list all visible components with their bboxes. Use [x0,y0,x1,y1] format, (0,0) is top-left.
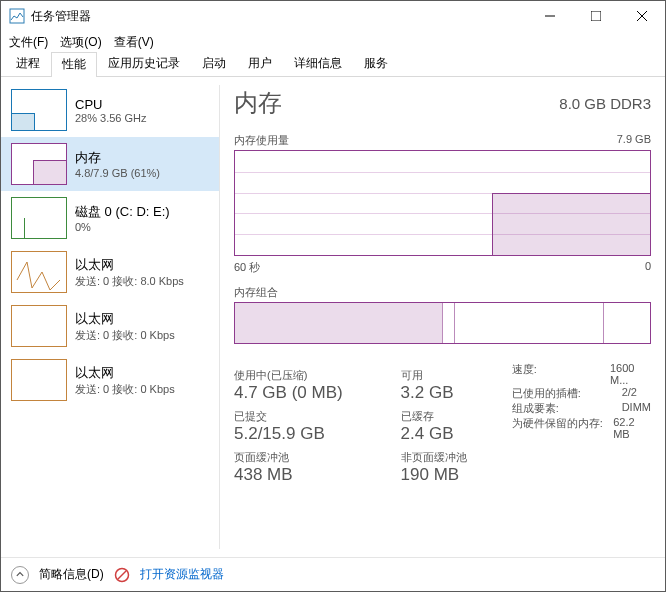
tab-processes[interactable]: 进程 [5,51,51,76]
sidebar-item-sub: 28% 3.56 GHz [75,112,147,124]
usage-max: 7.9 GB [617,133,651,148]
form-value: DIMM [622,401,651,416]
usage-graph[interactable] [234,150,651,256]
open-resmon-link[interactable]: 打开资源监视器 [140,566,224,583]
nonpaged-value: 190 MB [401,465,484,485]
page-title: 内存 [234,87,282,119]
available-value: 3.2 GB [401,383,484,403]
main-panel: 内存 8.0 GB DDR3 内存使用量 7.9 GB 60 秒 0 内存组合 … [220,77,665,557]
slots-value: 2/2 [622,386,637,401]
tab-performance[interactable]: 性能 [51,52,97,77]
tabbar: 进程 性能 应用历史记录 启动 用户 详细信息 服务 [1,53,665,77]
footer: 简略信息(D) 打开资源监视器 [1,557,665,591]
sidebar-item-label: CPU [75,97,147,112]
memory-total: 8.0 GB DDR3 [559,95,651,112]
committed-value: 5.2/15.9 GB [234,424,373,444]
tab-details[interactable]: 详细信息 [283,51,353,76]
sidebar-item-disk[interactable]: 磁盘 0 (C: D: E:) 0% [1,191,219,245]
in-use-label: 使用中(已压缩) [234,368,373,383]
sidebar: CPU 28% 3.56 GHz 内存 4.8/7.9 GB (61%) 磁盘 … [1,77,219,557]
in-use-value: 4.7 GB (0 MB) [234,383,373,403]
tab-app-history[interactable]: 应用历史记录 [97,51,191,76]
content: CPU 28% 3.56 GHz 内存 4.8/7.9 GB (61%) 磁盘 … [1,77,665,557]
ethernet-thumb [11,251,67,293]
tab-services[interactable]: 服务 [353,51,399,76]
sidebar-item-cpu[interactable]: CPU 28% 3.56 GHz [1,83,219,137]
slots-key: 已使用的插槽: [512,386,622,401]
composition-graph[interactable] [234,302,651,344]
sidebar-item-label: 以太网 [75,256,184,274]
paged-value: 438 MB [234,465,373,485]
taskmgr-icon [9,8,25,24]
sidebar-item-label: 以太网 [75,310,175,328]
reserved-key: 为硬件保留的内存: [512,416,614,440]
nonpaged-label: 非页面缓冲池 [401,450,484,465]
available-label: 可用 [401,368,484,383]
fewer-details-button[interactable]: 简略信息(D) [39,566,104,583]
speed-key: 速度: [512,362,610,386]
sidebar-item-memory[interactable]: 内存 4.8/7.9 GB (61%) [1,137,219,191]
resmon-icon [114,567,130,583]
committed-label: 已提交 [234,409,373,424]
sidebar-item-sub: 发送: 0 接收: 8.0 Kbps [75,274,184,289]
window-title: 任务管理器 [31,8,91,25]
sidebar-item-label: 磁盘 0 (C: D: E:) [75,203,170,221]
svg-line-6 [118,571,126,579]
tab-startup[interactable]: 启动 [191,51,237,76]
menubar: 文件(F) 选项(O) 查看(V) [1,31,665,53]
sidebar-item-label: 以太网 [75,364,175,382]
menu-options[interactable]: 选项(O) [60,34,101,51]
speed-value: 1600 M... [610,362,651,386]
disk-thumb [11,197,67,239]
fewer-details-icon[interactable] [11,566,29,584]
sidebar-item-sub: 0% [75,221,170,233]
sidebar-item-sub: 发送: 0 接收: 0 Kbps [75,328,175,343]
cached-label: 已缓存 [401,409,484,424]
cpu-thumb [11,89,67,131]
sidebar-item-sub: 发送: 0 接收: 0 Kbps [75,382,175,397]
menu-view[interactable]: 查看(V) [114,34,154,51]
tab-users[interactable]: 用户 [237,51,283,76]
form-key: 组成要素: [512,401,622,416]
sidebar-item-ethernet-2[interactable]: 以太网 发送: 0 接收: 0 Kbps [1,299,219,353]
composition-label: 内存组合 [234,285,278,300]
ethernet-thumb [11,359,67,401]
close-button[interactable] [619,1,665,31]
ethernet-thumb [11,305,67,347]
sidebar-item-ethernet-1[interactable]: 以太网 发送: 0 接收: 8.0 Kbps [1,245,219,299]
cached-value: 2.4 GB [401,424,484,444]
sidebar-item-ethernet-3[interactable]: 以太网 发送: 0 接收: 0 Kbps [1,353,219,407]
minimize-button[interactable] [527,1,573,31]
maximize-button[interactable] [573,1,619,31]
memory-thumb [11,143,67,185]
axis-left: 60 秒 [234,260,260,275]
menu-file[interactable]: 文件(F) [9,34,48,51]
titlebar: 任务管理器 [1,1,665,31]
axis-right: 0 [645,260,651,275]
usage-label: 内存使用量 [234,133,289,148]
sidebar-item-sub: 4.8/7.9 GB (61%) [75,167,160,179]
sidebar-item-label: 内存 [75,149,160,167]
svg-rect-2 [591,11,601,21]
reserved-value: 62.2 MB [613,416,651,440]
paged-label: 页面缓冲池 [234,450,373,465]
